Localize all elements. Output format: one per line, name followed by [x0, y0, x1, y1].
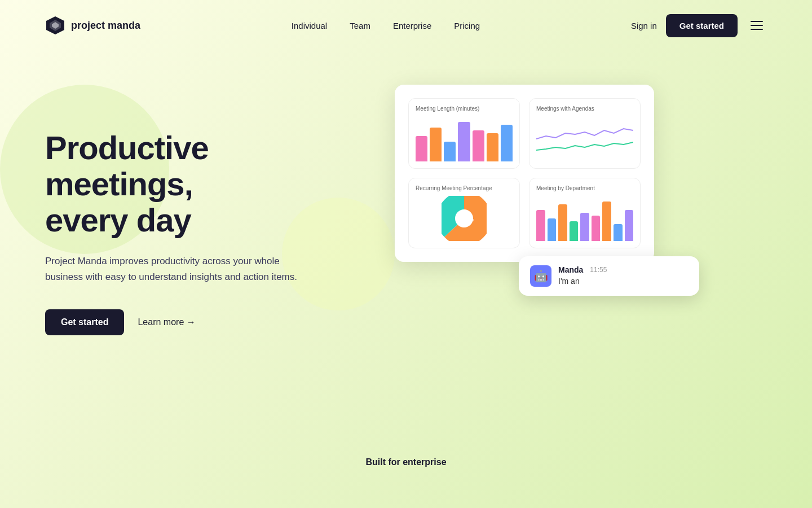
dept-bar-3	[558, 204, 567, 241]
dept-bar-6	[592, 216, 601, 241]
get-started-nav-button[interactable]: Get started	[666, 14, 738, 37]
hero-get-started-button[interactable]: Get started	[45, 309, 124, 335]
dept-bar-2	[548, 218, 557, 241]
logo[interactable]: project manda	[45, 15, 140, 36]
hero-learn-more-button[interactable]: Learn more →	[138, 317, 195, 327]
bar-1	[416, 136, 427, 161]
meetings-agendas-panel: Meetings with Agendas	[529, 98, 641, 169]
nav-individual[interactable]: Individual	[292, 21, 327, 30]
sign-in-button[interactable]: Sign in	[631, 21, 657, 30]
chat-content: Manda 11:55 I'm an	[558, 265, 607, 286]
chat-bubble: 🤖 Manda 11:55 I'm an	[519, 256, 699, 296]
nav-team[interactable]: Team	[350, 21, 370, 30]
chat-header: Manda 11:55	[558, 265, 607, 274]
meeting-dept-panel: Meeting by Department	[529, 178, 641, 248]
hero-visual: Meeting Length (minutes) Meetings with A…	[395, 85, 767, 262]
line-chart-svg	[536, 116, 633, 161]
bar-4	[458, 122, 470, 161]
hero-content: Productive meetings, every day Project M…	[45, 96, 361, 335]
dashboard-grid: Meeting Length (minutes) Meetings with A…	[408, 98, 641, 248]
meeting-length-chart	[416, 116, 513, 161]
logo-icon	[45, 15, 65, 36]
recurring-meeting-panel: Recurring Meeting Percentage 63% 37%	[408, 178, 520, 248]
recurring-meeting-title: Recurring Meeting Percentage	[416, 185, 513, 191]
meetings-agendas-chart	[536, 116, 633, 161]
meeting-dept-title: Meeting by Department	[536, 185, 633, 191]
bar-5	[473, 130, 484, 161]
bar-2	[430, 128, 442, 161]
dept-bar-4	[570, 221, 579, 241]
meeting-length-title: Meeting Length (minutes)	[416, 106, 513, 112]
recurring-pie-area: 63% 37%	[416, 196, 513, 241]
dept-bar-9	[625, 210, 634, 241]
dept-bar-1	[536, 210, 545, 241]
hamburger-line-3	[751, 29, 763, 30]
header: project manda Individual Team Enterprise…	[0, 0, 812, 51]
bar-3	[444, 142, 456, 161]
meeting-dept-chart	[536, 196, 633, 241]
dept-bar-5	[580, 213, 589, 241]
nav-actions: Sign in Get started	[631, 14, 767, 37]
bar-7	[501, 125, 513, 161]
hero-subtitle: Project Manda improves productivity acro…	[45, 253, 304, 284]
nav-pricing[interactable]: Pricing	[454, 21, 480, 30]
built-for-enterprise-label: Built for enterprise	[0, 457, 812, 467]
hamburger-menu-button[interactable]	[747, 15, 767, 36]
bar-6	[487, 133, 498, 161]
hero-title: Productive meetings, every day	[45, 130, 361, 238]
pie-label-2: 37%	[467, 218, 474, 221]
chat-time: 11:55	[590, 266, 607, 274]
meetings-agendas-title: Meetings with Agendas	[536, 106, 633, 112]
hero-section: Productive meetings, every day Project M…	[0, 51, 812, 435]
chat-name: Manda	[558, 265, 583, 274]
logo-text: project manda	[71, 20, 140, 32]
pie-label-1: 63%	[458, 214, 466, 218]
dashboard-preview-card: Meeting Length (minutes) Meetings with A…	[395, 85, 654, 262]
chat-message: I'm an	[558, 277, 607, 286]
pie-chart-svg: 63% 37%	[442, 196, 487, 241]
bottom-section: Built for enterprise	[0, 435, 812, 479]
hero-actions: Get started Learn more →	[45, 309, 361, 335]
dept-bar-7	[602, 202, 611, 241]
main-nav: Individual Team Enterprise Pricing	[292, 21, 480, 30]
hamburger-line-1	[751, 21, 763, 22]
meeting-length-panel: Meeting Length (minutes)	[408, 98, 520, 169]
chat-avatar: 🤖	[530, 265, 551, 287]
nav-enterprise[interactable]: Enterprise	[393, 21, 431, 30]
dept-bar-8	[614, 224, 623, 241]
hamburger-line-2	[751, 25, 763, 26]
